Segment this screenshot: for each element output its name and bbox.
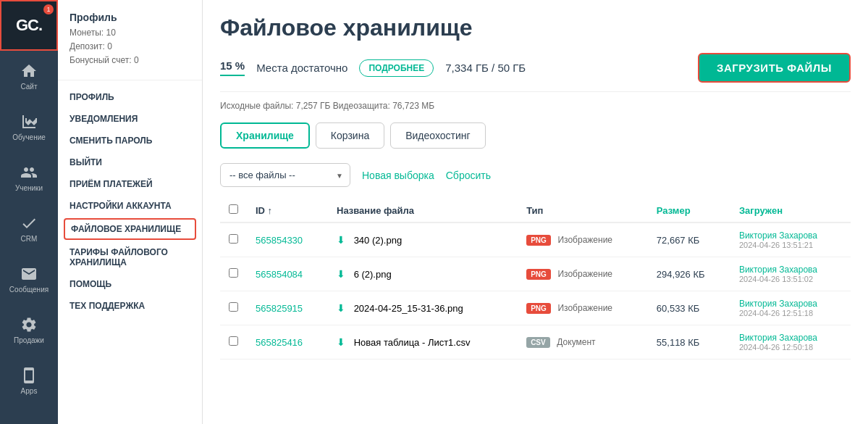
nav-link-notifications[interactable]: УВЕДОМЛЕНИЯ xyxy=(58,108,202,130)
table-header: ID ↑ Название файла Тип Размер Загружен xyxy=(220,199,851,223)
file-name: 340 (2).png xyxy=(354,235,403,246)
mail-icon xyxy=(20,265,38,283)
page-title: Файловое хранилище xyxy=(220,14,851,41)
type-label: Документ xyxy=(557,337,595,347)
type-badge: PNG xyxy=(526,235,551,246)
col-name: Название файла xyxy=(328,199,518,223)
sidebar-logo[interactable]: GC. 1 xyxy=(0,0,58,51)
filter-row: -- все файлы -- Новая выборка Сбросить xyxy=(220,163,851,187)
nav-link-profile[interactable]: ПРОФИЛЬ xyxy=(58,86,202,108)
logo-badge: 1 xyxy=(43,4,54,14)
tab-trash[interactable]: Корзина xyxy=(316,122,384,149)
gear-icon xyxy=(20,316,38,333)
filter-select[interactable]: -- все файлы -- xyxy=(220,163,350,187)
file-size: 72,667 КБ xyxy=(657,235,699,246)
download-icon[interactable]: ⬇ xyxy=(337,336,345,348)
file-name: 2024-04-25_15-31-36.png xyxy=(354,303,463,314)
files-table: ID ↑ Название файла Тип Размер Загружен … xyxy=(220,199,851,359)
file-id[interactable]: 565854330 xyxy=(256,235,303,246)
upload-date: 2024-04-26 12:50:18 xyxy=(739,343,842,352)
table-body: 565854330 ⬇ 340 (2).png PNG Изображение … xyxy=(220,223,851,359)
download-icon[interactable]: ⬇ xyxy=(337,302,345,314)
nav-link-files[interactable]: ФАЙЛОВОЕ ХРАНИЛИЩЕ xyxy=(64,218,196,240)
phone-icon xyxy=(20,367,38,384)
profile-bonus: Бонусный счет: 0 xyxy=(69,54,190,67)
row-checkbox[interactable] xyxy=(229,234,238,244)
nav-panel: Профиль Монеты: 10 Депозит: 0 Бонусный с… xyxy=(58,0,203,424)
uploader-name: Виктория Захарова xyxy=(739,265,842,275)
sidebar-item-label-sales: Продажи xyxy=(14,336,44,344)
stat-percent: 15 % xyxy=(220,59,245,76)
nav-link-help[interactable]: ПОМОЩЬ xyxy=(58,273,202,295)
reset-link[interactable]: Сбросить xyxy=(446,170,491,181)
file-size: 294,926 КБ xyxy=(657,269,705,280)
type-label: Изображение xyxy=(557,235,612,245)
type-label: Изображение xyxy=(557,303,612,313)
files-info: Исходные файлы: 7,257 ГБ Видеозащита: 76… xyxy=(220,101,851,111)
check-icon xyxy=(20,215,38,232)
details-button[interactable]: ПОДРОБНЕЕ xyxy=(359,59,434,77)
file-size: 55,118 КБ xyxy=(657,337,699,348)
stat-size: 7,334 ГБ / 50 ГБ xyxy=(445,62,526,74)
uploader-name: Виктория Захарова xyxy=(739,230,842,241)
table-row: 565854330 ⬇ 340 (2).png PNG Изображение … xyxy=(220,223,851,257)
uploader-name: Виктория Захарова xyxy=(739,299,842,309)
row-checkbox[interactable] xyxy=(229,268,238,278)
stat-status: Места достаточно xyxy=(256,62,347,74)
sidebar-item-crm[interactable]: CRM xyxy=(0,203,58,254)
stats-bar: 15 % Места достаточно ПОДРОБНЕЕ 7,334 ГБ… xyxy=(220,53,851,92)
download-icon[interactable]: ⬇ xyxy=(337,268,345,280)
upload-date: 2024-04-26 13:51:21 xyxy=(739,241,842,249)
upload-button[interactable]: ЗАГРУЗИТЬ ФАЙЛЫ xyxy=(698,53,851,83)
type-badge: PNG xyxy=(526,269,551,280)
col-id: ID ↑ xyxy=(247,199,328,223)
sidebar-item-label-students: Ученики xyxy=(15,184,43,192)
nav-link-change-password[interactable]: СМЕНИТЬ ПАРОЛЬ xyxy=(58,130,202,151)
sidebar-item-site[interactable]: Сайт xyxy=(0,51,58,101)
chart-icon xyxy=(20,113,38,130)
upload-date: 2024-04-26 12:51:18 xyxy=(739,309,842,317)
file-id[interactable]: 565825416 xyxy=(256,337,303,348)
sidebar-item-students[interactable]: Ученики xyxy=(0,152,58,203)
type-badge: CSV xyxy=(526,337,550,348)
col-uploaded: Загружен xyxy=(730,199,851,223)
type-label: Изображение xyxy=(557,269,612,279)
row-checkbox[interactable] xyxy=(229,336,238,346)
tab-storage[interactable]: Хранилище xyxy=(220,122,310,149)
sidebar-item-label-crm: CRM xyxy=(21,235,38,243)
nav-link-payments[interactable]: ПРИЁМ ПЛАТЕЖЕЙ xyxy=(58,173,202,195)
file-size: 60,533 КБ xyxy=(657,303,699,314)
download-icon[interactable]: ⬇ xyxy=(337,234,345,246)
nav-link-tariffs[interactable]: ТАРИФЫ ФАЙЛОВОГО ХРАНИЛИЩА xyxy=(58,241,202,273)
sidebar-item-label-apps: Apps xyxy=(21,387,38,395)
select-all-checkbox[interactable] xyxy=(229,204,238,214)
tabs: Хранилище Корзина Видеохостинг xyxy=(220,122,851,149)
profile-title: Профиль xyxy=(69,12,190,23)
nav-link-logout[interactable]: ВЫЙТИ xyxy=(58,151,202,173)
sidebar-item-label-messages: Сообщения xyxy=(9,286,49,294)
sidebar-item-apps[interactable]: Apps xyxy=(0,355,58,406)
home-icon xyxy=(20,62,38,80)
new-selection-link[interactable]: Новая выборка xyxy=(362,170,434,181)
file-id[interactable]: 565854084 xyxy=(256,269,303,280)
type-badge: PNG xyxy=(526,303,551,314)
nav-link-settings[interactable]: НАСТРОЙКИ АККАУНТА xyxy=(58,195,202,217)
logo-text: GC. xyxy=(16,16,42,35)
table-row: 565854084 ⬇ 6 (2).png PNG Изображение 29… xyxy=(220,257,851,291)
profile-coins: Монеты: 10 xyxy=(69,26,190,40)
col-type: Тип xyxy=(518,199,648,223)
sidebar-item-label-site: Сайт xyxy=(20,83,37,91)
row-checkbox[interactable] xyxy=(229,302,238,312)
sidebar-item-messages[interactable]: Сообщения xyxy=(0,254,58,304)
main-content: Файловое хранилище 15 % Места достаточно… xyxy=(203,0,868,424)
upload-date: 2024-04-26 13:51:02 xyxy=(739,275,842,283)
profile-deposit: Депозит: 0 xyxy=(69,40,190,54)
file-id[interactable]: 565825915 xyxy=(256,303,303,314)
sidebar: GC. 1 Сайт Обучение Ученики CRM Сообщени… xyxy=(0,0,58,424)
sidebar-item-sales[interactable]: Продажи xyxy=(0,304,58,355)
tab-videohosting[interactable]: Видеохостинг xyxy=(390,122,485,149)
nav-link-support[interactable]: ТЕХ ПОДДЕРЖКА xyxy=(58,295,202,317)
file-name: 6 (2).png xyxy=(354,269,392,280)
sidebar-item-education[interactable]: Обучение xyxy=(0,101,58,152)
table-row: 565825416 ⬇ Новая таблица - Лист1.csv CS… xyxy=(220,325,851,359)
